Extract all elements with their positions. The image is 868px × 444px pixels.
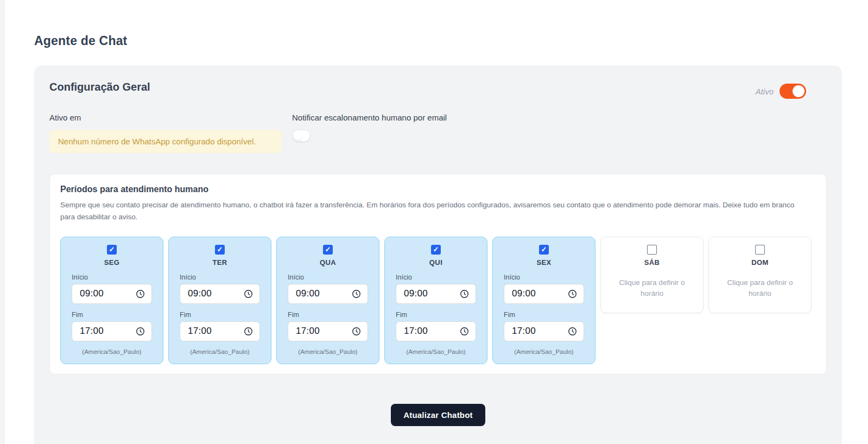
timezone-note: (America/Sao_Paulo): [190, 348, 249, 355]
day-checkbox-checked[interactable]: ✓: [539, 245, 549, 255]
active-in-label: Ativo em: [49, 113, 292, 122]
day-label: SÁB: [644, 258, 660, 267]
start-time-label: Início: [396, 274, 412, 281]
start-time-input[interactable]: 09:00: [396, 284, 476, 304]
start-time-label: Início: [72, 274, 88, 281]
start-time-input[interactable]: 09:00: [504, 284, 584, 304]
notify-email-label: Notificar escalonamento humano por email: [292, 113, 447, 122]
end-time-input[interactable]: 17:00: [72, 321, 152, 341]
day-card-active: ✓ QUA Início 09:00 Fim 17:00 (America/Sa…: [276, 237, 379, 364]
periods-description: Sempre que seu contato precisar de atend…: [60, 199, 804, 224]
notify-email-toggle[interactable]: [292, 130, 311, 142]
general-config-card: Configuração Geral Ativo Ativo em Nenhum…: [34, 66, 842, 444]
define-schedule-hint: Clique para definir o horário: [611, 277, 693, 300]
day-checkbox-checked[interactable]: ✓: [431, 245, 441, 255]
end-time-input[interactable]: 17:00: [396, 321, 476, 341]
start-time-input[interactable]: 09:00: [72, 284, 152, 304]
end-time-label: Fim: [396, 311, 407, 319]
day-card-inactive[interactable]: SÁB Clique para definir o horário: [600, 237, 704, 314]
toggle-knob: [793, 85, 804, 97]
clock-icon: [136, 327, 145, 336]
timezone-note: (America/Sao_Paulo): [82, 348, 141, 355]
page-title: Agente de Chat: [34, 34, 840, 48]
start-time-label: Início: [180, 274, 196, 281]
end-time-value: 17:00: [404, 326, 428, 337]
start-time-label: Início: [288, 274, 304, 281]
start-time-label: Início: [504, 274, 520, 281]
day-card-active: ✓ SEG Início 09:00 Fim 17:00 (America/Sa…: [60, 237, 163, 364]
weekday-schedule-row: ✓ SEG Início 09:00 Fim 17:00 (America/Sa…: [60, 237, 816, 364]
day-checkbox-unchecked[interactable]: [647, 245, 657, 255]
end-time-value: 17:00: [512, 326, 536, 337]
start-time-value: 09:00: [80, 288, 104, 299]
toggle-knob: [294, 131, 302, 140]
end-time-label: Fim: [504, 311, 515, 319]
end-time-label: Fim: [180, 311, 191, 319]
day-card-active: ✓ SEX Início 09:00 Fim 17:00 (America/Sa…: [492, 237, 595, 364]
timezone-note: (America/Sao_Paulo): [406, 348, 465, 355]
day-label: TER: [212, 258, 227, 267]
update-chatbot-button[interactable]: Atualizar Chatbot: [391, 404, 485, 426]
day-label: QUI: [429, 258, 442, 267]
day-label: DOM: [751, 258, 769, 267]
active-toggle-label: Ativo: [756, 87, 774, 96]
clock-icon: [460, 289, 469, 299]
sidebar-edge: [0, 0, 4, 444]
day-card-active: ✓ QUI Início 09:00 Fim 17:00 (America/Sa…: [384, 237, 487, 364]
end-time-value: 17:00: [188, 326, 212, 337]
clock-icon: [352, 327, 361, 336]
day-checkbox-checked[interactable]: ✓: [215, 245, 225, 255]
whatsapp-warning-message: Nenhum número de WhatsApp configurado di…: [49, 130, 282, 153]
human-service-periods-card: Períodos para atendimento humano Sempre …: [49, 174, 827, 375]
end-time-label: Fim: [288, 311, 299, 319]
clock-icon: [244, 289, 253, 299]
day-card-inactive[interactable]: DOM Clique para definir o horário: [708, 237, 812, 314]
end-time-input[interactable]: 17:00: [288, 321, 368, 341]
start-time-value: 09:00: [512, 288, 536, 299]
day-label: SEX: [536, 258, 551, 267]
day-label: QUA: [320, 258, 336, 267]
clock-icon: [568, 327, 577, 336]
define-schedule-hint: Clique para definir o horário: [719, 277, 801, 300]
end-time-label: Fim: [72, 311, 83, 319]
day-card-active: ✓ TER Início 09:00 Fim 17:00 (America/Sa…: [168, 237, 271, 364]
day-checkbox-unchecked[interactable]: [755, 245, 765, 255]
day-checkbox-checked[interactable]: ✓: [107, 245, 117, 255]
end-time-value: 17:00: [80, 326, 104, 337]
day-label: SEG: [104, 258, 120, 267]
end-time-input[interactable]: 17:00: [504, 321, 584, 341]
active-toggle[interactable]: [780, 84, 806, 99]
end-time-input[interactable]: 17:00: [180, 321, 260, 341]
clock-icon: [244, 327, 253, 336]
clock-icon: [136, 289, 145, 299]
chat-agent-page: Agente de Chat Configuração Geral Ativo …: [0, 0, 868, 444]
periods-title: Períodos para atendimento humano: [60, 185, 816, 194]
start-time-value: 09:00: [188, 288, 212, 299]
start-time-value: 09:00: [296, 288, 320, 299]
clock-icon: [460, 327, 469, 336]
start-time-input[interactable]: 09:00: [288, 284, 368, 304]
clock-icon: [568, 289, 577, 299]
end-time-value: 17:00: [296, 326, 320, 337]
start-time-value: 09:00: [404, 288, 428, 299]
timezone-note: (America/Sao_Paulo): [298, 348, 357, 355]
card-title: Configuração Geral: [49, 81, 150, 93]
start-time-input[interactable]: 09:00: [180, 284, 260, 304]
timezone-note: (America/Sao_Paulo): [514, 348, 573, 355]
active-toggle-group: Ativo: [756, 84, 827, 99]
clock-icon: [352, 289, 361, 299]
day-checkbox-checked[interactable]: ✓: [323, 245, 333, 255]
